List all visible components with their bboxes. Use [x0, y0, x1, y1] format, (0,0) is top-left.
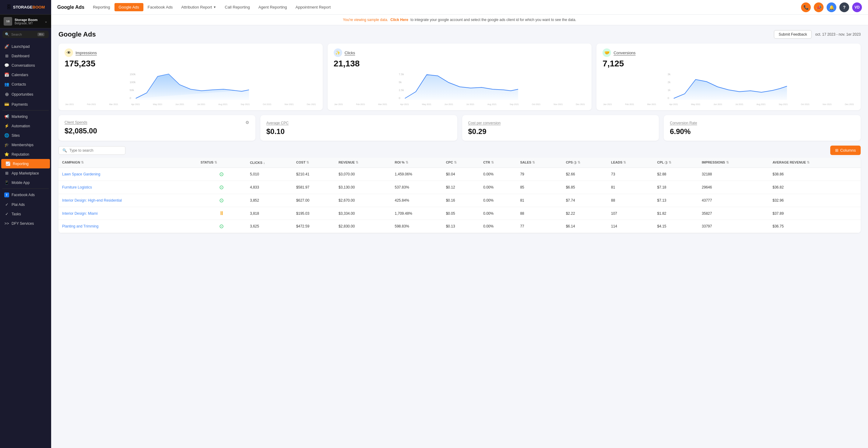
- campaign-name-cell[interactable]: Planting and Trimming: [58, 220, 197, 233]
- sidebar-item-marketing[interactable]: 📢Marketing: [0, 112, 51, 121]
- campaign-name-cell[interactable]: Interior Design: Miami: [58, 207, 197, 220]
- topbar-right: 📞 📣 🔔 ? VD: [801, 2, 862, 12]
- conversions-label: Conversions: [614, 51, 636, 55]
- sidebar-item-sites[interactable]: 🌐Sites: [0, 131, 51, 140]
- date-range: oct. 17 2023 - nov. 1er 2023: [815, 32, 861, 36]
- th-ctr[interactable]: CTR ⇅: [479, 157, 516, 168]
- campaign-name-cell[interactable]: Lawn Space Gardening: [58, 168, 197, 181]
- campaign-name-cell[interactable]: Interior Design: High-end Residential: [58, 194, 197, 207]
- average-cpc-value: $0.10: [267, 127, 451, 136]
- account-avatar: SB: [4, 17, 12, 26]
- svg-text:3k: 3k: [668, 73, 671, 76]
- th-cost[interactable]: COST ⇅: [292, 157, 335, 168]
- clicks-value: 21,138: [334, 59, 586, 68]
- banner-click-here-link[interactable]: Click Here: [390, 18, 408, 22]
- bell-icon-btn[interactable]: 🔔: [827, 2, 836, 12]
- tab-attribution-report[interactable]: Attribution Report ▼: [177, 3, 220, 11]
- mobile-app-icon: 📱: [4, 180, 9, 185]
- phone-icon-btn[interactable]: 📞: [801, 2, 811, 12]
- account-name: Storage Boom: [14, 18, 42, 22]
- client-spends-label: Client Spends: [65, 120, 87, 125]
- campaigns-table: CAMPAIGN ⇅ STATUS ⇅ CLICKS ↓ COST ⇅ REVE…: [58, 157, 861, 233]
- table-search-container: 🔍: [58, 146, 125, 155]
- page-header: Google Ads Submit Feedback oct. 17 2023 …: [51, 25, 868, 41]
- sidebar-item-payments[interactable]: 💳Payments: [0, 99, 51, 109]
- client-spends-gear-icon[interactable]: ⚙: [245, 120, 249, 125]
- sidebar-item-tasks[interactable]: ✓Tasks: [0, 209, 51, 219]
- tab-agent-reporting[interactable]: Agent Reporting: [254, 3, 291, 11]
- megaphone-icon-btn[interactable]: 📣: [814, 2, 824, 12]
- th-cps[interactable]: CPS ℹ ⇅: [562, 157, 608, 168]
- campaign-roi-cell: 1,459.06%: [391, 168, 442, 181]
- sidebar-item-calendars[interactable]: 📅Calendars: [0, 70, 51, 80]
- sidebar-item-reporting[interactable]: 📈Reporting: [1, 159, 50, 169]
- clicks-header: ✨ Clicks: [334, 49, 586, 57]
- campaign-cpc-cell: $0.16: [442, 194, 480, 207]
- th-status[interactable]: STATUS ⇅: [197, 157, 246, 168]
- th-sales[interactable]: SALES ⇅: [516, 157, 562, 168]
- th-cpc[interactable]: CPC ⇅: [442, 157, 480, 168]
- th-cpl[interactable]: CPL ℹ ⇅: [654, 157, 699, 168]
- sidebar-item-mobile-app[interactable]: 📱Mobile App: [0, 178, 51, 187]
- tab-call-reporting[interactable]: Call Reporting: [220, 3, 254, 11]
- sidebar-logo: 🗄 STORAGEBOOM: [0, 0, 51, 14]
- th-clicks[interactable]: CLICKS ↓: [246, 157, 292, 168]
- submit-feedback-button[interactable]: Submit Feedback: [774, 30, 811, 39]
- sidebar-item-dashboard[interactable]: ⊞Dashboard: [0, 51, 51, 61]
- svg-text:2.5k: 2.5k: [399, 89, 404, 92]
- search-icon: 🔍: [5, 32, 9, 36]
- campaign-status-cell: ⏸: [197, 207, 246, 220]
- help-icon-btn[interactable]: ?: [839, 2, 849, 12]
- svg-marker-4: [136, 74, 249, 100]
- table-row: Furniture Logistics ⊙ 4,833 $581.97 $3,1…: [58, 181, 861, 194]
- tab-reporting[interactable]: Reporting: [89, 3, 114, 11]
- campaign-cpl-cell: $4.15: [654, 220, 699, 233]
- campaign-cps-cell: $2.66: [562, 168, 608, 181]
- th-impressions[interactable]: IMPRESSIONS ⇅: [698, 157, 769, 168]
- campaign-leads-cell: 81: [608, 181, 654, 194]
- cost-per-conversion-label: Cost per conversion: [468, 121, 501, 125]
- search-shortcut-badge: ⌘K: [37, 33, 44, 36]
- svg-text:1k: 1k: [668, 89, 671, 92]
- account-section[interactable]: SB Storage Boom Belgrade, MT ⌄: [0, 14, 51, 28]
- th-leads[interactable]: LEADS ⇅: [608, 157, 654, 168]
- table-search-input[interactable]: [69, 148, 122, 153]
- campaign-sales-cell: 77: [516, 220, 562, 233]
- campaign-status-cell: ⊙: [197, 194, 246, 207]
- conversions-header: 🤝 Conversions: [602, 49, 855, 57]
- tab-appointment-report[interactable]: Appointment Report: [291, 3, 335, 11]
- tab-facebook-ads[interactable]: Facebook Ads: [144, 3, 177, 11]
- campaign-cpc-cell: $0.13: [442, 220, 480, 233]
- tab-navigation: Reporting Google Ads Facebook Ads Attrib…: [89, 3, 335, 11]
- columns-button-label: Columns: [840, 148, 856, 153]
- svg-text:0: 0: [399, 96, 400, 99]
- svg-text:150k: 150k: [130, 73, 136, 76]
- tab-google-ads[interactable]: Google Ads: [115, 3, 144, 11]
- clicks-card: ✨ Clicks 21,138 7.5k 5k 2.5k 0: [328, 43, 592, 110]
- sidebar-item-launchpad[interactable]: 🚀Launchpad: [0, 42, 51, 51]
- impressions-chart: 150k 100k 50k 0: [65, 71, 317, 101]
- account-expand-icon: ⌄: [44, 19, 48, 24]
- sidebar-item-opportunities[interactable]: ⊕Opportunities: [0, 89, 51, 99]
- columns-button[interactable]: ⊞ Columns: [830, 146, 861, 155]
- sidebar-item-dfy-services[interactable]: >>DFY Services: [0, 219, 51, 228]
- sidebar-item-automation[interactable]: ⚡Automation: [0, 121, 51, 131]
- sidebar-item-conversations[interactable]: 💬Conversations: [0, 61, 51, 70]
- impressions-label: Impressions: [75, 51, 97, 55]
- sidebar-item-memberships[interactable]: 🎓Memberships: [0, 140, 51, 150]
- th-campaign[interactable]: CAMPAIGN ⇅: [58, 157, 197, 168]
- search-input[interactable]: [11, 33, 36, 36]
- campaign-avg-revenue-cell: $32.96: [769, 194, 861, 207]
- th-avg-revenue[interactable]: AVERAGE REVENUE ⇅: [769, 157, 861, 168]
- th-roi[interactable]: ROI % ⇅: [391, 157, 442, 168]
- sidebar-item-reputation[interactable]: ⭐Reputation: [0, 150, 51, 159]
- dfy-icon: >>: [4, 221, 9, 226]
- sidebar-item-facebook-ads[interactable]: fFacebook Ads: [0, 190, 51, 200]
- th-revenue[interactable]: REVENUE ⇅: [335, 157, 391, 168]
- sidebar-item-plai-ads[interactable]: ✓Plai Ads: [0, 200, 51, 209]
- campaign-name-cell[interactable]: Furniture Logistics: [58, 181, 197, 194]
- sidebar-item-contacts[interactable]: 👥Contacts: [0, 80, 51, 89]
- sidebar-item-app-marketplace[interactable]: ⊞App Marketplace: [0, 169, 51, 178]
- campaign-sales-cell: 81: [516, 194, 562, 207]
- user-avatar-btn[interactable]: VD: [852, 2, 862, 12]
